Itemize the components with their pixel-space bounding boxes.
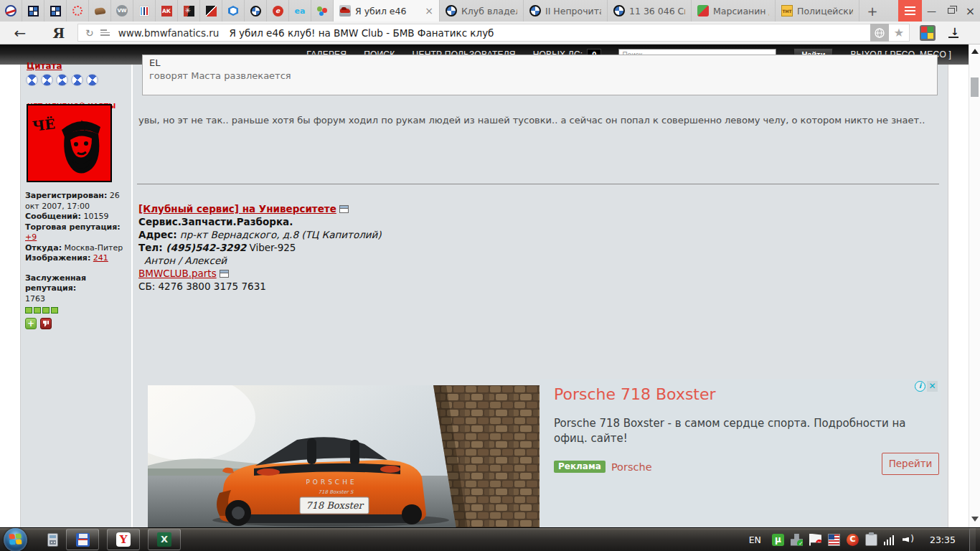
sig-card-number: СБ: 4276 3800 3175 7631 [138,280,382,293]
pinned-tab-11[interactable] [222,0,245,22]
ad-title[interactable]: Porsche 718 Boxster [554,385,716,403]
yandex-logo[interactable]: Я [40,25,77,41]
taskbar-app-save[interactable] [66,529,99,550]
red-car-favicon [339,5,351,17]
back-icon[interactable]: ← [0,24,40,42]
tab-active[interactable]: Я убил e46 × [334,0,440,22]
action-center-flag-icon[interactable]: ✕ [809,534,821,546]
red-ring-icon [72,6,83,16]
pinned-tab-14[interactable]: ea [289,0,311,22]
ad-cta-button[interactable]: Перейти [882,453,939,475]
earned-rep-label: Заслуженная репутация: [25,273,130,294]
show-desktop-button[interactable] [969,528,976,551]
club-service-link[interactable]: [Клубный сервис] на Университете [138,203,336,215]
reader-mode-icon[interactable] [100,28,110,37]
ad-car-image[interactable]: PORSCHE 718 Boxster S 718 Boxster [148,385,540,527]
browser-menu-icon[interactable] [898,0,922,22]
us-flag-icon[interactable] [828,534,840,546]
ad-close-icon[interactable]: ✕ [927,381,938,392]
rep-plus-button[interactable]: + [25,318,37,329]
black-red-diagonal-icon [206,6,217,17]
tab-club[interactable]: Клуб владель [440,0,524,22]
window-controls: — × [898,0,980,22]
tab-title: 11 36 046 Сня [629,6,685,17]
bookmark-star-icon[interactable]: ★ [889,26,909,39]
pinned-tab-12[interactable] [245,0,267,22]
calculator-icon[interactable] [47,533,58,547]
pinned-tab-6[interactable]: VW [111,0,133,22]
tab-photos[interactable]: 11 36 046 Сня [608,0,692,22]
extension-icon[interactable] [920,25,936,41]
quote-link[interactable]: Цитата [27,61,62,71]
ccleaner-icon[interactable]: C [847,534,859,546]
taskbar-clock[interactable]: 23:35 [930,534,956,545]
scroll-up-icon[interactable] [971,49,979,54]
stat-line: Откуда: Москва-Питер [25,243,130,254]
sig-phone: (495)542-3292 [163,242,247,253]
ad-block: PORSCHE 718 Boxster S 718 Boxster [138,379,941,527]
avatar-che-text: ЧЁ [32,116,56,133]
pinned-tab-13[interactable]: e [267,0,289,22]
stat-line: Сообщений: 10159 [25,212,130,222]
pinned-tab-5[interactable] [89,0,111,22]
pinned-tab-10[interactable] [200,0,222,22]
clipboard-icon[interactable] [865,534,877,546]
external-window-icon [339,205,349,213]
scrollbar-thumb[interactable] [971,77,979,97]
tab-unread[interactable]: II Непрочита [524,0,608,22]
pinned-tab-1[interactable] [0,0,22,22]
restore-button[interactable] [941,0,961,22]
ad-badge: Реклама [554,461,606,473]
pinned-tab-3[interactable] [44,0,67,22]
globe-icon[interactable] [870,24,889,42]
volume-icon[interactable] [903,534,915,545]
reload-icon[interactable]: ↻ [85,27,94,39]
address-bar: ← Я ↻ www.bmwfanatics.ru Я убил e46 клуб… [0,22,980,44]
sig-names: Антон / Алексей [138,254,382,267]
stat-line: Зарегистрирован: 26 окт 2007, 17:00 [25,191,130,212]
usb-device-icon[interactable]: ✓ [791,534,803,546]
pinned-tab-2[interactable] [22,0,44,22]
ea-logo-icon: ea [295,6,306,16]
pinned-tabs: VW АК e ea [0,0,334,22]
close-button[interactable]: × [961,0,980,22]
tab-martian[interactable]: Марсианин / [692,0,776,22]
pinned-tab-15[interactable] [311,0,334,22]
taskbar-app-excel[interactable]: X [148,529,181,550]
new-tab-button[interactable]: + [859,0,885,22]
tab-title: II Непрочита [545,6,601,17]
images-link[interactable]: 241 [93,253,108,263]
taskbar-app-yandex[interactable]: Y [107,529,140,550]
download-icon[interactable] [948,27,958,38]
rep-square-icon [42,307,50,314]
page-title: Я убил e46 клуб! на BMW Club - БМВ Фанат… [229,27,494,39]
pinned-tab-9[interactable] [178,0,200,22]
rep-square-icon [25,307,32,314]
tab-police[interactable]: ТНТ Полицейский [776,0,859,22]
pinned-tab-7[interactable] [133,0,156,22]
forum-post-table: Цитата НЕТ КЛУБНОЙ КАРТЫ ЧЁ [20,65,948,527]
language-indicator[interactable]: EN [749,534,761,545]
scroll-down-icon[interactable] [971,517,979,522]
start-button[interactable] [4,528,27,551]
bronze-car-icon [94,6,105,14]
bmwclub-parts-link[interactable]: BMWCLUB.parts [138,268,217,279]
tab-close-icon[interactable]: × [425,5,433,17]
trade-rep-link[interactable]: +9 [25,232,37,242]
page-scrollbar[interactable] [969,44,980,527]
pinned-tab-8[interactable]: АК [156,0,178,22]
pinned-tab-4[interactable] [67,0,89,22]
minimize-button[interactable]: — [922,0,941,22]
ad-advertiser-link[interactable]: Porsche [611,461,652,473]
blue-hexagon-icon [228,6,238,16]
utorrent-icon[interactable]: µ [772,534,784,546]
bmw-roundel-favicon [613,5,625,17]
ad-info-icon[interactable]: i [915,381,925,392]
network-signal-icon[interactable] [884,534,896,545]
browser-tab-bar: VW АК e ea Я убил e46 × Клуб владель II … [0,0,980,22]
bmw-m-flag-icon [28,6,39,17]
post-body: увы, но эт не так.. раньше хотя бы форум… [138,115,933,126]
rep-minus-button[interactable] [40,318,52,329]
url-field[interactable]: ↻ www.bmwfanatics.ru Я убил e46 клуб! на… [77,24,910,42]
earned-rep-value: 1763 [25,294,130,305]
